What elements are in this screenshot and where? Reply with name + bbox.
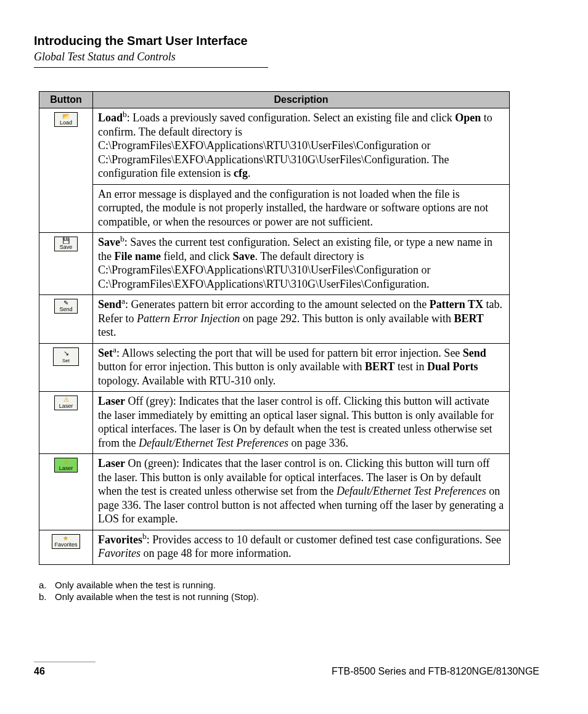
footer: 46 FTB-8500 Series and FTB-8120NGE/8130N… [34, 662, 539, 677]
product-name: FTB-8500 Series and FTB-8120NGE/8130NGE [332, 666, 539, 677]
table-row: ⚠ Laser Laser Off (grey): Indicates that… [39, 392, 510, 454]
page-number: 46 [34, 666, 45, 677]
description-text: Favoritesb: Provides access to 10 defaul… [98, 533, 504, 561]
description-text: Saveb: Saves the current test configurat… [98, 235, 504, 291]
send-button[interactable]: ✎ Send [54, 299, 78, 314]
table-row: ✎ Send Senda: Generates pattern bit erro… [39, 295, 510, 344]
table-row: An error message is displayed and the co… [39, 184, 510, 233]
pencil-icon: ✎ [57, 300, 75, 306]
section-subtitle: Global Test Status and Controls [34, 51, 539, 63]
page-content: Introducing the Smart User Interface Glo… [34, 34, 539, 603]
description-text: Laser Off (grey): Indicates that the las… [98, 394, 504, 450]
footnote-b-text: Only available when the test is not runn… [55, 591, 259, 602]
button-description-table: Button Description 📂 Load Loadb: Loads a… [39, 91, 510, 565]
cursor-arrow-icon: ↘ [63, 349, 69, 357]
floppy-disk-icon: 💾 [57, 238, 75, 244]
laser-off-button[interactable]: ⚠ Laser [54, 396, 78, 410]
laser-on-button[interactable]: ⚠ Laser [54, 458, 78, 473]
column-header-button: Button [39, 92, 93, 108]
footnotes: a.Only available when the test is runnin… [39, 580, 539, 602]
description-text: Loadb: Loads a previously saved configur… [98, 111, 504, 181]
footer-rule [34, 662, 96, 662]
description-text: Laser On (green): Indicates that the las… [98, 456, 504, 526]
table-row: 💾 Save Saveb: Saves the current test con… [39, 233, 510, 295]
load-button[interactable]: 📂 Load [54, 112, 78, 127]
favorites-button[interactable]: ★ Favorites [52, 534, 80, 549]
laser-warning-icon: ⚠ [57, 397, 75, 403]
footnote-a-text: Only available when the test is running. [55, 580, 216, 590]
description-text: Seta: Allows selecting the port that wil… [98, 346, 504, 388]
section-title: Introducing the Smart User Interface [34, 34, 539, 48]
folder-open-icon: 📂 [57, 113, 75, 120]
table-row: 📂 Load Loadb: Loads a previously saved c… [39, 108, 510, 185]
laser-warning-icon: ⚠ [57, 459, 75, 465]
save-button[interactable]: 💾 Save [54, 237, 78, 251]
description-text: Senda: Generates pattern bit error accor… [98, 298, 504, 339]
table-row: ↘ Set Seta: Allows selecting the port th… [39, 343, 510, 392]
column-header-description: Description [93, 92, 510, 108]
header-rule [34, 67, 268, 68]
set-button[interactable]: ↘ Set [53, 347, 79, 366]
description-text: An error message is displayed and the co… [98, 187, 504, 229]
footnote-b-label: b. [39, 591, 55, 602]
table-row: ★ Favorites Favoritesb: Provides access … [39, 530, 510, 564]
footnote-a-label: a. [39, 580, 55, 590]
star-icon: ★ [54, 535, 77, 542]
table-row: ⚠ Laser Laser On (green): Indicates that… [39, 454, 510, 530]
